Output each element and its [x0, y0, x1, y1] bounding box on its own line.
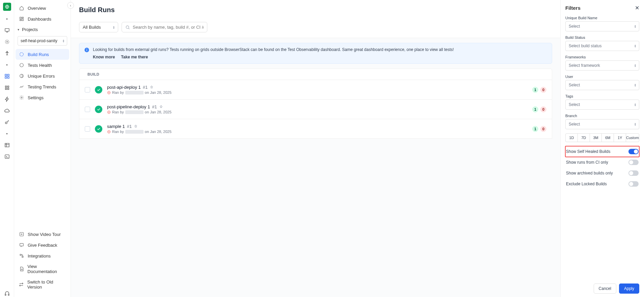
cancel-button[interactable]: Cancel — [594, 284, 616, 294]
automate-icon[interactable] — [4, 73, 10, 80]
svg-rect-17 — [8, 294, 9, 295]
sidebar-item-label: Build Runs — [28, 52, 49, 57]
target-icon[interactable] — [4, 38, 10, 45]
sidebar-integrations[interactable]: Integrations — [16, 250, 69, 261]
toggle-self-healed-switch[interactable] — [628, 149, 639, 154]
fail-count-badge: 0 — [540, 106, 546, 112]
cloud-icon[interactable] — [4, 107, 10, 114]
svg-point-3 — [6, 42, 7, 43]
toggle-ci-only-switch[interactable] — [628, 160, 639, 165]
date-range-option[interactable]: 1D — [566, 134, 578, 142]
switch-icon — [19, 282, 24, 287]
apply-button[interactable]: Apply — [619, 284, 639, 294]
toggle-archived-switch[interactable] — [628, 170, 639, 176]
project-selector[interactable]: self-heal-prod-sanity ▴▾ — [18, 36, 67, 46]
svg-point-13 — [5, 122, 7, 124]
date-range-option[interactable]: 6M — [602, 134, 614, 142]
toggle-label: Show runs from CI only — [566, 160, 608, 165]
filter-unique-build-select[interactable]: Select▴▾ — [565, 21, 639, 31]
sidebar-build-runs[interactable]: Build Runs — [16, 49, 69, 60]
build-row[interactable]: sample 1 #1 Ran by on Jan 28, 2025 1 0 — [79, 119, 552, 138]
self-heal-icon — [159, 105, 163, 109]
sidebar-switch-old[interactable]: Switch to Old Version — [16, 277, 69, 292]
toggle-locked: Exclude Locked Builds — [565, 179, 639, 189]
row-checkbox[interactable] — [85, 107, 90, 112]
flash-icon[interactable] — [4, 96, 10, 103]
svg-rect-27 — [20, 243, 24, 246]
svg-rect-5 — [5, 74, 7, 76]
filter-tags-select[interactable]: Select▴▾ — [565, 100, 639, 110]
runby-icon — [107, 91, 111, 94]
svg-point-35 — [108, 92, 109, 93]
svg-point-37 — [108, 112, 109, 113]
banner-message: Looking for builds from external grid ru… — [93, 47, 454, 52]
sidebar-projects-expand[interactable]: ▾ Projects — [16, 24, 69, 35]
terminal-icon[interactable] — [4, 153, 10, 160]
svg-point-39 — [108, 131, 109, 132]
dashboard-icon[interactable]: • — [4, 16, 10, 22]
search-box[interactable] — [122, 22, 207, 32]
self-heal-icon — [150, 85, 154, 89]
more-icon[interactable]: • — [4, 61, 10, 68]
close-filters-button[interactable]: ✕ — [635, 5, 639, 11]
support-icon[interactable] — [4, 290, 10, 297]
updown-icon: ▴▾ — [635, 25, 636, 28]
sidebar-settings[interactable]: Settings — [16, 92, 69, 103]
more2-icon[interactable]: • — [4, 130, 10, 137]
sidebar-dashboards[interactable]: Dashboards — [16, 14, 69, 24]
search-input[interactable] — [133, 25, 204, 30]
accessibility-icon[interactable] — [4, 50, 10, 57]
svg-rect-14 — [5, 143, 9, 147]
svg-rect-21 — [20, 20, 21, 21]
date-range-option[interactable]: 7D — [578, 134, 590, 142]
svg-rect-11 — [5, 88, 6, 89]
build-name: sample 1 — [107, 124, 125, 129]
banner-take-me-link[interactable]: Take me there — [121, 55, 148, 59]
filter-branch-select[interactable]: Select▴▾ — [565, 119, 639, 129]
svg-rect-8 — [7, 77, 9, 78]
home-icon — [19, 5, 24, 11]
sidebar-testing-trends[interactable]: Testing Trends — [16, 81, 69, 92]
date-range-option[interactable]: 1Y — [614, 134, 626, 142]
date-range-option[interactable]: Custom — [626, 134, 639, 142]
build-number: #1 — [152, 104, 157, 109]
table-icon[interactable] — [4, 142, 10, 148]
row-checkbox[interactable] — [85, 87, 90, 92]
sidebar-feedback[interactable]: Give Feedback — [16, 240, 69, 250]
updown-icon: ▴▾ — [635, 103, 636, 106]
sidebar-video-tour[interactable]: Show Video Tour — [16, 229, 69, 240]
table-header-build: BUILD — [79, 69, 552, 80]
filter-build-status-select[interactable]: Select build status▴▾ — [565, 41, 639, 51]
sidebar-overview[interactable]: Overview — [16, 3, 69, 14]
main-header: Build Runs — [71, 0, 560, 18]
build-row[interactable]: post-api-deploy 1 #1 Ran by on Jan 28, 2… — [79, 80, 552, 100]
svg-rect-9 — [5, 86, 6, 87]
builds-filter-select[interactable]: All Builds ▴▾ — [79, 22, 118, 32]
toggle-locked-switch[interactable] — [628, 181, 639, 187]
build-number: #1 — [127, 124, 132, 129]
grid-icon[interactable] — [4, 84, 10, 91]
banner-know-more-link[interactable]: Know more — [93, 55, 115, 59]
toolbar: All Builds ▴▾ — [71, 18, 560, 38]
key-icon[interactable] — [4, 119, 10, 126]
brand-icon[interactable] — [3, 3, 11, 11]
spinner-icon — [19, 52, 24, 57]
sidebar-unique-errors[interactable]: Unique Errors — [16, 71, 69, 81]
integrations-icon — [19, 253, 24, 259]
svg-rect-29 — [22, 256, 23, 258]
sidebar-documentation[interactable]: View Documentation — [16, 261, 69, 277]
svg-point-34 — [107, 91, 110, 94]
build-row[interactable]: post-pipeline-deploy 1 #1 Ran by on Jan … — [79, 100, 552, 119]
svg-rect-20 — [22, 19, 23, 21]
runby-icon — [107, 130, 111, 134]
monitor-icon[interactable] — [4, 27, 10, 34]
doc-icon — [19, 266, 24, 272]
errors-icon — [19, 73, 24, 79]
filter-user-select[interactable]: Select▴▾ — [565, 80, 639, 90]
filter-frameworks-select[interactable]: Select framework▴▾ — [565, 60, 639, 71]
date-range-option[interactable]: 3M — [590, 134, 602, 142]
row-checkbox[interactable] — [85, 126, 90, 132]
sidebar-tests-health[interactable]: Tests Health — [16, 60, 69, 71]
collapse-sidebar-button[interactable]: ‹ — [67, 2, 74, 9]
pass-count-badge: 1 — [532, 106, 538, 112]
